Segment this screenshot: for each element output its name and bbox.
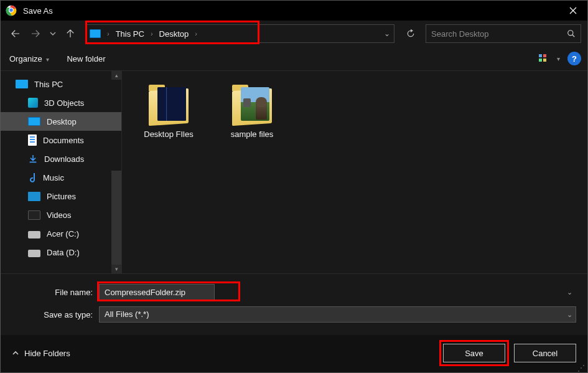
pictures-icon	[28, 192, 40, 201]
hide-folders-button[interactable]: Hide Folders	[12, 349, 70, 358]
nav-forward-button[interactable]	[27, 25, 44, 42]
scroll-up-button[interactable]: ▴	[111, 71, 121, 80]
sidebar-item-label: Desktop	[47, 117, 77, 126]
drive-icon	[28, 250, 40, 257]
sidebar-item-label: 3D Objects	[44, 98, 84, 108]
scrollbar-thumb[interactable]	[111, 171, 121, 270]
desktop-icon	[28, 117, 40, 126]
form-area: File name: ⌄ Save as type: All Files (*.…	[1, 273, 587, 335]
sidebar-item-label: Videos	[47, 210, 72, 220]
drive-icon	[28, 231, 40, 238]
close-button[interactable]	[559, 1, 587, 21]
sidebar-item-label: This PC	[34, 80, 63, 89]
scroll-down-button[interactable]: ▾	[111, 265, 121, 273]
organize-menu[interactable]: Organize ▾	[9, 54, 49, 64]
breadcrumb[interactable]: › This PC › Desktop › ⌄	[86, 24, 394, 43]
svg-point-3	[568, 31, 573, 35]
folder-label: sample files	[231, 130, 274, 139]
folder-label: Desktop FIles	[144, 130, 193, 139]
chevron-down-icon: ▾	[46, 56, 49, 63]
sidebar-item-desktop[interactable]: Desktop	[1, 112, 121, 131]
sidebar-item-pictures[interactable]: Pictures	[1, 187, 121, 205]
pc-icon	[90, 29, 101, 38]
folder-icon	[226, 82, 278, 126]
breadcrumb-history-icon[interactable]: ⌄	[384, 29, 390, 38]
sidebar-item-drive-c[interactable]: Acer (C:)	[1, 224, 121, 243]
save-button[interactable]: Save	[443, 344, 505, 362]
videos-icon	[28, 210, 40, 220]
cancel-button[interactable]: Cancel	[514, 344, 576, 362]
sidebar-this-pc[interactable]: This PC	[1, 75, 121, 93]
sidebar-item-label: Acer (C:)	[47, 229, 79, 238]
filename-label: File name:	[12, 288, 93, 297]
sidebar-item-label: Documents	[43, 136, 84, 145]
search-input[interactable]	[431, 29, 576, 39]
breadcrumb-this-pc[interactable]: This PC	[113, 25, 147, 42]
recent-locations-button[interactable]	[47, 25, 59, 42]
breadcrumb-desktop[interactable]: Desktop	[157, 25, 192, 42]
music-icon	[28, 172, 37, 183]
nav-up-button[interactable]	[62, 25, 79, 42]
refresh-button[interactable]	[402, 25, 419, 42]
sidebar-item-label: Data (D:)	[47, 248, 80, 257]
chrome-icon	[6, 5, 17, 16]
sidebar-item-documents[interactable]: Documents	[1, 131, 121, 149]
savetype-select[interactable]: All Files (*.*)	[99, 306, 576, 323]
sidebar-item-drive-d[interactable]: Data (D:)	[1, 243, 121, 262]
3d-objects-icon	[28, 98, 38, 108]
sidebar-item-label: Pictures	[47, 192, 76, 201]
svg-rect-5	[543, 54, 546, 57]
sidebar-item-label: Downloads	[44, 154, 84, 164]
chevron-down-icon: ▾	[557, 55, 560, 62]
save-as-dialog: Save As › This PC › Desktop › ⌄	[0, 0, 588, 373]
filename-input[interactable]	[99, 284, 215, 300]
downloads-icon	[28, 154, 38, 164]
sidebar-item-videos[interactable]: Videos	[1, 205, 121, 224]
search-box[interactable]	[426, 24, 581, 43]
new-folder-button[interactable]: New folder	[67, 54, 105, 64]
chevron-right-icon: ›	[149, 30, 154, 37]
sidebar: ▴ ▾ This PC 3D Objects Desktop Documents	[1, 71, 122, 273]
nav-back-button[interactable]	[7, 25, 24, 42]
svg-rect-7	[543, 59, 546, 62]
titlebar: Save As	[1, 1, 587, 21]
sidebar-item-music[interactable]: Music	[1, 168, 121, 187]
search-icon	[567, 29, 576, 38]
pc-icon	[16, 80, 28, 88]
svg-rect-4	[539, 54, 542, 57]
chevron-down-icon[interactable]: ⌄	[567, 288, 572, 296]
navbar: › This PC › Desktop › ⌄	[1, 21, 587, 47]
file-pane[interactable]: Zi mento di arc Desktop FIles sample fil…	[122, 71, 587, 273]
documents-icon	[28, 135, 37, 146]
action-bar: Hide Folders Save Cancel	[1, 335, 587, 372]
window-title: Save As	[23, 6, 53, 16]
view-mode-button[interactable]	[537, 50, 553, 67]
folder-desktop-files[interactable]: Zi mento di arc Desktop FIles	[134, 77, 203, 144]
sidebar-item-downloads[interactable]: Downloads	[1, 149, 121, 168]
middle-pane: ▴ ▾ This PC 3D Objects Desktop Documents	[1, 70, 587, 273]
folder-sample-files[interactable]: sample files	[218, 77, 286, 144]
help-button[interactable]: ?	[567, 52, 581, 65]
chevron-right-icon: ›	[106, 30, 111, 37]
toolbar: Organize ▾ New folder ▾ ?	[1, 47, 587, 70]
chevron-right-icon: ›	[194, 30, 198, 37]
folder-icon: Zi mento di arc	[142, 82, 195, 126]
sidebar-item-label: Music	[43, 173, 64, 182]
svg-rect-6	[539, 59, 542, 62]
sidebar-item-3d-objects[interactable]: 3D Objects	[1, 93, 121, 112]
savetype-label: Save as type:	[12, 310, 93, 319]
resize-grip[interactable]: ⋰	[577, 366, 585, 370]
